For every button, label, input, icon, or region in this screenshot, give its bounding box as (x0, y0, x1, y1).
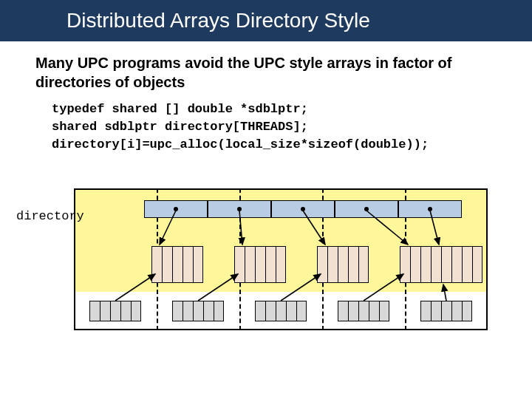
shared-block (151, 246, 203, 283)
code-line-2: shared sdblptr directory[THREADS]; (52, 118, 532, 136)
slide-title-bar: Distributed Arrays Directory Style (0, 0, 532, 41)
code-block: typedef shared [] double *sdblptr; share… (0, 100, 532, 153)
pointer-dot (237, 207, 242, 211)
directory-cell (398, 200, 462, 218)
private-block (420, 301, 472, 321)
pointer-dot (174, 207, 178, 211)
code-line-3: directory[i]=upc_alloc(local_size*sizeof… (52, 136, 532, 154)
private-block (338, 301, 389, 321)
directory-cell (208, 200, 271, 218)
slide-subtitle: Many UPC programs avoid the UPC style ar… (0, 41, 532, 100)
private-block (255, 301, 307, 321)
private-block (172, 301, 224, 321)
pointer-dot (428, 207, 432, 211)
pointer-dot (301, 207, 305, 211)
directory-cell (144, 200, 208, 218)
directory-cell (271, 200, 335, 218)
shared-block (431, 246, 482, 283)
slide-title: Distributed Arrays Directory Style (66, 9, 370, 33)
private-block (89, 301, 141, 321)
memory-diagram: directory (74, 188, 488, 336)
pointer-dot (364, 207, 369, 211)
shared-block (234, 246, 286, 283)
directory-cell (335, 200, 398, 218)
code-line-1: typedef shared [] double *sdblptr; (52, 100, 532, 118)
directory-label: directory (16, 209, 84, 223)
shared-block (317, 246, 369, 283)
